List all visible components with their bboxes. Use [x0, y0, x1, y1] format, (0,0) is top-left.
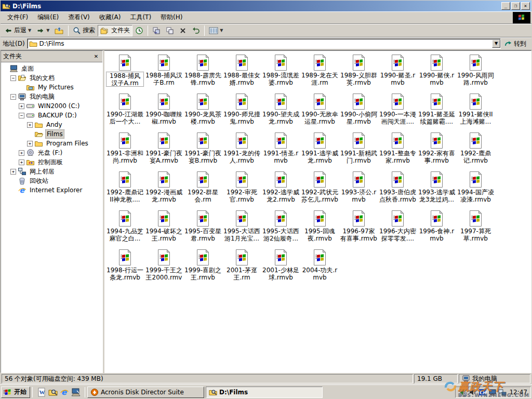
file-item[interactable]: 1995-大话西游2仙履奇...	[261, 210, 300, 249]
file-name[interactable]: 1991-新精武门.rmvb	[340, 150, 378, 164]
file-name[interactable]: 1992-审死官.rmvb	[223, 189, 261, 203]
tree-item-label[interactable]: Internet Explorer	[29, 186, 83, 194]
tree-item-label[interactable]: 控制面板	[37, 157, 64, 167]
file-item[interactable]: 1991-非洲和尚.rmvb	[105, 132, 144, 171]
media-file-icon[interactable]	[194, 93, 211, 110]
tree-item-1[interactable]: − 我的文档	[1, 73, 102, 83]
file-item[interactable]: 1996-大内密探零零发....	[378, 210, 417, 249]
media-file-icon[interactable]	[155, 132, 172, 149]
tree-expander-icon[interactable]: −	[10, 94, 16, 100]
tree-item-10[interactable]: + 控制面板	[1, 157, 102, 167]
file-item[interactable]: 1991-豪门夜宴A.rmvb	[144, 132, 183, 171]
file-name[interactable]: 2001-少林足球.rmvb	[262, 267, 300, 281]
file-name[interactable]: 1994-破坏之王.rmvb	[145, 228, 183, 242]
media-file-icon[interactable]	[467, 54, 484, 71]
tree-item-label[interactable]: 光盘 (F:)	[37, 148, 63, 158]
file-item[interactable]: 1988-捕风汉子B.rm	[144, 54, 183, 93]
file-name[interactable]: 1994-国产凌凌漆.rmvb	[457, 189, 495, 203]
tree-item-label[interactable]: My Pictures	[37, 83, 75, 91]
search-button[interactable]: 搜索	[70, 25, 98, 36]
file-name[interactable]: 1998-行运一条龙.rmvb	[106, 267, 144, 281]
file-name[interactable]: 2004-功夫.rmvb	[301, 267, 339, 281]
file-item[interactable]: 1990-师兄撞鬼.rmvb	[222, 93, 261, 132]
media-file-icon[interactable]	[272, 54, 289, 71]
file-name[interactable]: 1990-赌侠.rmvb	[418, 72, 456, 86]
tree-item-label[interactable]: Program Files	[45, 139, 89, 148]
file-name[interactable]: 1990-龙凤茶楼.rmvb	[184, 111, 222, 125]
file-name[interactable]: 1999-喜剧之王.rmvb	[184, 267, 222, 281]
media-file-icon[interactable]	[350, 93, 367, 110]
media-file-icon[interactable]	[233, 249, 250, 266]
tree-item-label[interactable]: WIN2000 (C:)	[37, 102, 81, 110]
file-item[interactable]: 1990-赌侠.rmvb	[417, 54, 456, 93]
file-name[interactable]: 1993-济公.rmvb	[340, 189, 378, 203]
media-file-icon[interactable]	[233, 54, 250, 71]
file-name[interactable]: 1992-武状元苏乞儿.rmvb	[301, 189, 339, 203]
file-item[interactable]: 1990-赌圣.rmvb	[378, 54, 417, 93]
media-file-icon[interactable]	[311, 132, 328, 149]
file-item[interactable]: 1991-赌圣延续篇赌霸....	[417, 93, 456, 132]
folders-button[interactable]: 文件夹	[98, 25, 132, 36]
menu-favorites[interactable]: 收藏(A)	[95, 11, 126, 23]
file-item[interactable]: 1991-新精武门.rmvb	[339, 132, 378, 171]
file-item[interactable]: 1999-喜剧之王.rmvb	[183, 249, 222, 288]
explorer-quick-icon[interactable]	[48, 388, 58, 397]
tree-item-label[interactable]: 我的文档	[29, 73, 56, 83]
file-name[interactable]: 2001-茅趸王.rm	[223, 267, 261, 281]
media-file-icon[interactable]	[116, 93, 134, 110]
file-item[interactable]: 1989-流氓差婆.rmvb	[261, 54, 300, 93]
file-name[interactable]: 1992-群星会.rm	[184, 189, 222, 203]
tree-expander-icon[interactable]: +	[19, 103, 24, 109]
tree-expander-icon[interactable]: +	[10, 169, 16, 175]
file-name[interactable]: 1992-鹿鼎记II神龙教....	[106, 189, 144, 203]
file-name[interactable]: 1993-逃学威龙3龙过鸡...	[418, 189, 456, 203]
move-to-button[interactable]	[150, 25, 163, 36]
file-name[interactable]: 1990-咖喱辣椒.rmvb	[145, 111, 183, 125]
media-file-icon[interactable]	[311, 210, 328, 227]
media-file-icon[interactable]	[350, 132, 367, 149]
file-item[interactable]: 1991-逃学威龙.rmvb	[300, 132, 339, 171]
delete-button[interactable]	[177, 25, 189, 36]
language-indicator-ch[interactable]: CH	[478, 388, 487, 396]
tree-item-6[interactable]: + Andy	[1, 120, 102, 129]
tree-expander-icon[interactable]: −	[19, 113, 24, 118]
menu-help[interactable]: 帮助(H)	[156, 11, 187, 23]
file-name[interactable]: 1991-龙的传人.rmvb	[223, 150, 261, 164]
views-button[interactable]: ▼	[206, 25, 225, 36]
media-file-icon[interactable]	[350, 54, 367, 71]
ie-quick-icon[interactable]: e	[60, 388, 69, 397]
file-item[interactable]: 1990-咖喱辣椒.rmvb	[144, 93, 183, 132]
file-item[interactable]: 1992-武状元苏乞儿.rmvb	[300, 171, 339, 210]
file-name[interactable]: 1988-霹雳先锋.rmvb	[184, 72, 222, 86]
media-file-icon[interactable]	[428, 54, 445, 71]
history-button[interactable]	[132, 25, 146, 36]
tree-item-5[interactable]: − BACKUP (D:)	[1, 111, 102, 120]
file-name[interactable]: 1992-逃学威龙2.rmvb	[262, 189, 300, 203]
media-file-icon[interactable]	[428, 93, 445, 110]
title-bar[interactable]: D:\Films _ ❐ ✕	[1, 1, 531, 11]
file-item[interactable]: 1990-无敌幸运星.rmvb	[300, 93, 339, 132]
media-file-icon[interactable]	[155, 171, 172, 188]
media-file-icon[interactable]	[116, 132, 134, 149]
close-button[interactable]: ✕	[521, 2, 530, 10]
tree-item-12[interactable]: 回收站	[1, 176, 102, 185]
file-item[interactable]: 1998-行运一条龙.rmvb	[105, 249, 144, 288]
file-name[interactable]: 1991-逃学威龙.rmvb	[301, 150, 339, 164]
media-file-icon[interactable]	[116, 210, 134, 227]
file-item[interactable]: 1992-审死官.rmvb	[222, 171, 261, 210]
media-file-icon[interactable]	[194, 132, 211, 149]
tree-expander-icon[interactable]: +	[27, 141, 33, 147]
file-item[interactable]: 1994-九品芝麻官之白...	[105, 210, 144, 249]
file-name[interactable]: 1991-赌侠II上海滩赌...	[457, 111, 495, 125]
media-file-icon[interactable]	[116, 171, 134, 188]
file-item[interactable]: 2001-少林足球.rmvb	[261, 249, 300, 288]
file-item[interactable]: 1999-千王之王2000.rmvb	[144, 249, 183, 288]
file-name[interactable]: 1991-赌圣延续篇赌霸....	[418, 111, 456, 125]
tree-item-label[interactable]: 网上邻居	[29, 167, 56, 177]
file-item[interactable]: 2004-功夫.rmvb	[300, 249, 339, 288]
media-file-icon[interactable]	[155, 54, 172, 71]
address-input[interactable]: D:\Films ▼	[27, 38, 501, 49]
task-button-1[interactable]: D:\Films	[206, 387, 323, 398]
copy-to-button[interactable]	[163, 25, 177, 36]
file-name[interactable]: 1991-非洲和尚.rmvb	[106, 150, 144, 164]
